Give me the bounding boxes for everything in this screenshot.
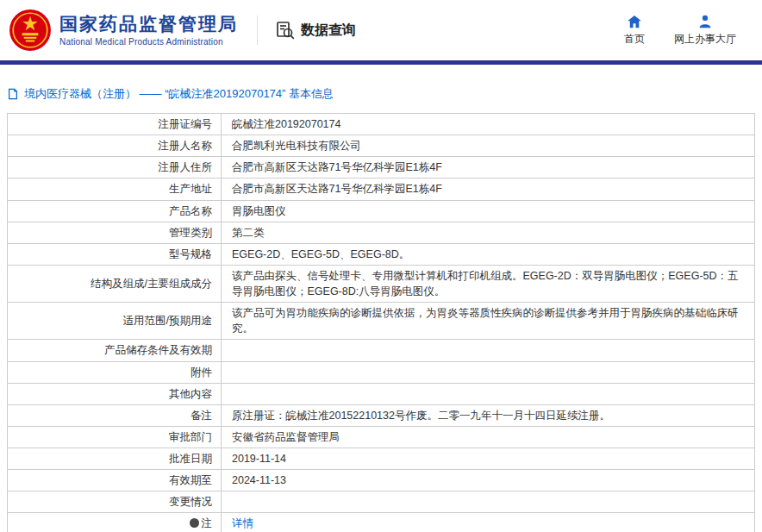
home-link-label: 首页	[624, 32, 645, 47]
header-right-nav: 首页 网上办事大厅	[624, 14, 748, 47]
row-label: 变更情况	[8, 491, 222, 513]
table-row: 注详情	[8, 513, 755, 532]
site-logo[interactable]: 国家药品监督管理局 National Medical Products Admi…	[9, 9, 238, 52]
breadcrumb: 境内医疗器械（注册） —— “皖械注准20192070174” 基本信息	[0, 65, 762, 113]
row-label: 审批部门	[8, 426, 222, 448]
table-row: 型号规格EGEG-2D、EGEG-5D、EGEG-8D。	[8, 243, 755, 265]
table-row: 审批部门安徽省药品监督管理局	[8, 426, 755, 448]
table-row: 生产地址合肥市高新区天达路71号华亿科学园E1栋4F	[8, 178, 755, 200]
nav-data-query[interactable]: 数据查询	[275, 20, 356, 41]
row-value: 2024-11-13	[222, 470, 755, 491]
table-row: 产品名称胃肠电图仪	[8, 200, 755, 222]
service-hall-link[interactable]: 网上办事大厅	[674, 14, 736, 47]
row-label: 生产地址	[8, 178, 222, 200]
table-row: 结构及组成/主要组成成分该产品由探头、信号处理卡、专用微型计算机和打印机组成。E…	[8, 265, 755, 302]
row-value: 合肥市高新区天达路71号华亿科学园E1栋4F	[222, 157, 755, 178]
row-label: 结构及组成/主要组成成分	[8, 265, 222, 302]
table-row: 变更情况	[8, 491, 755, 513]
info-table: 注册证编号皖械注准20192070174注册人名称合肥凯利光电科技有限公司注册人…	[7, 113, 755, 532]
row-value: 原注册证：皖械注准20152210132号作废。二零一九年十一月十四日延续注册。	[222, 404, 755, 426]
info-table-body: 注册证编号皖械注准20192070174注册人名称合肥凯利光电科技有限公司注册人…	[8, 114, 755, 532]
home-icon	[627, 14, 642, 29]
national-emblem-icon	[9, 9, 52, 52]
row-value	[222, 340, 755, 361]
org-name-en: National Medical Products Administration	[59, 37, 238, 47]
table-row: 注册证编号皖械注准20192070174	[8, 114, 755, 135]
table-row: 备注原注册证：皖械注准20152210132号作废。二零一九年十一月十四日延续注…	[8, 404, 755, 426]
row-label: 注册证编号	[8, 114, 222, 135]
row-label: 适用范围/预期用途	[8, 303, 222, 340]
row-value: 安徽省药品监督管理局	[222, 426, 755, 448]
row-value: 该产品由探头、信号处理卡、专用微型计算机和打印机组成。EGEG-2D：双导胃肠电…	[222, 265, 755, 302]
row-value: EGEG-2D、EGEG-5D、EGEG-8D。	[222, 243, 755, 265]
row-value: 详情	[222, 513, 755, 532]
data-query-icon	[275, 20, 296, 41]
row-value	[222, 491, 755, 513]
table-row: 有效期至2024-11-13	[8, 470, 755, 491]
detail-link[interactable]: 详情	[232, 517, 253, 529]
row-value: 第二类	[222, 222, 755, 243]
table-row: 适用范围/预期用途该产品可为胃功能疾病的诊断提供依据，为胃炎等器质性疾病的诊断提…	[8, 303, 755, 340]
row-label: 型号规格	[8, 243, 222, 265]
row-value: 皖械注准20192070174	[222, 114, 755, 135]
table-row: 管理类别第二类	[8, 222, 755, 243]
row-value: 合肥市高新区天达路71号华亿科学园E1栋4F	[222, 178, 755, 200]
row-label: 其他内容	[8, 383, 222, 404]
row-value: 胃肠电图仪	[222, 200, 755, 222]
row-label: 注	[8, 513, 222, 532]
document-icon	[7, 88, 19, 100]
row-value: 合肥凯利光电科技有限公司	[222, 135, 755, 157]
row-value: 2019-11-14	[222, 448, 755, 470]
nav-data-query-label: 数据查询	[301, 22, 356, 40]
row-label: 产品名称	[8, 200, 222, 222]
user-icon	[697, 14, 713, 29]
table-row: 注册人名称合肥凯利光电科技有限公司	[8, 135, 755, 157]
row-label: 批准日期	[8, 448, 222, 470]
row-label: 管理类别	[8, 222, 222, 243]
site-header: 国家药品监督管理局 National Medical Products Admi…	[0, 0, 762, 60]
org-names: 国家药品监督管理局 National Medical Products Admi…	[59, 14, 238, 46]
table-row: 注册人住所合肥市高新区天达路71号华亿科学园E1栋4F	[8, 157, 755, 178]
table-row: 其他内容	[8, 383, 755, 404]
row-label: 注册人住所	[8, 157, 222, 178]
note-icon	[190, 518, 199, 528]
row-value: 该产品可为胃功能疾病的诊断提供依据，为胃炎等器质性疾病的诊断提供参考并用于胃肠疾…	[222, 303, 755, 340]
row-label: 附件	[8, 361, 222, 383]
page-title: 境内医疗器械（注册） —— “皖械注准20192070174” 基本信息	[24, 86, 334, 102]
row-value	[222, 361, 755, 383]
table-row: 批准日期2019-11-14	[8, 448, 755, 470]
service-hall-label: 网上办事大厅	[674, 32, 736, 47]
row-value	[222, 383, 755, 404]
table-row: 产品储存条件及有效期	[8, 340, 755, 361]
row-label: 有效期至	[8, 470, 222, 491]
header-divider	[257, 16, 258, 45]
row-label: 备注	[8, 404, 222, 426]
row-label: 产品储存条件及有效期	[8, 340, 222, 361]
row-label: 注册人名称	[8, 135, 222, 157]
home-link[interactable]: 首页	[624, 14, 645, 47]
org-name-cn: 国家药品监督管理局	[59, 14, 238, 34]
table-row: 附件	[8, 361, 755, 383]
